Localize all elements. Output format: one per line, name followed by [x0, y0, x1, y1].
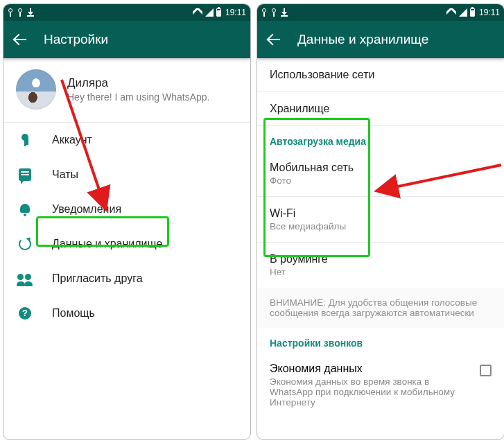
settings-item-data[interactable]: Данные и хранилище [3, 227, 250, 261]
signal-icon [205, 8, 214, 17]
phone-data-storage: 19:11 Данные и хранилище Использование с… [257, 3, 504, 440]
row-title: В роуминге [270, 253, 492, 265]
back-icon[interactable] [267, 33, 281, 46]
row-subtitle: Фото [270, 175, 492, 186]
tutorial-canvas: 19:11 Настройки Диляра Hey there! I am u… [0, 0, 504, 445]
row-title: Экономия данных [270, 363, 473, 375]
profile-status: Hey there! I am using WhatsApp. [67, 91, 209, 103]
help-icon [19, 307, 31, 320]
row-roaming[interactable]: В роуминге Нет [257, 243, 504, 288]
autodownload-notice: ВНИМАНИЕ: Для удобства общения голосовые… [257, 288, 504, 328]
clock: 19:11 [479, 8, 500, 17]
profile-name: Диляра [67, 76, 209, 90]
app-bar: Данные и хранилище [257, 21, 504, 58]
row-title: Хранилище [270, 103, 492, 115]
row-wifi[interactable]: Wi-Fi Все медиафайлы [257, 197, 504, 242]
settings-item-chats[interactable]: Чаты [3, 157, 250, 192]
row-subtitle: Все медиафайлы [270, 221, 492, 232]
phone-settings: 19:11 Настройки Диляра Hey there! I am u… [3, 3, 251, 440]
download-icon [27, 8, 34, 17]
battery-icon [470, 8, 475, 17]
profile-row[interactable]: Диляра Hey there! I am using WhatsApp. [3, 58, 250, 122]
row-low-data[interactable]: Экономия данных Экономия данных во время… [257, 353, 504, 421]
download-icon [281, 8, 288, 17]
settings-item-label: Уведомления [52, 203, 121, 216]
row-subtitle: Нет [270, 267, 492, 277]
row-title: Wi-Fi [270, 207, 492, 220]
vpn-key-icon [271, 8, 277, 17]
settings-item-notifications[interactable]: Уведомления [3, 192, 250, 227]
settings-item-account[interactable]: Аккаунт [3, 123, 250, 157]
wifi-icon [446, 8, 456, 17]
app-bar: Настройки [3, 21, 250, 58]
key-icon [21, 134, 28, 146]
section-autodownload: Автозагрузка медиа [257, 126, 504, 151]
vpn-key-icon [17, 8, 23, 17]
signal-icon [459, 8, 467, 17]
status-bar: 19:11 [257, 4, 504, 21]
avatar [16, 69, 56, 110]
status-bar: 19:11 [3, 4, 250, 21]
screen-title: Настройки [44, 32, 108, 47]
bell-icon [19, 203, 31, 216]
settings-item-label: Пригласить друга [52, 272, 143, 285]
vpn-key-icon [8, 8, 13, 17]
wifi-icon [193, 8, 202, 17]
section-calls: Настройки звонков [257, 328, 504, 353]
data-usage-icon [19, 238, 31, 250]
screen-title: Данные и хранилище [297, 32, 428, 47]
checkbox-unchecked[interactable] [480, 365, 492, 376]
row-title: Мобильная сеть [270, 162, 492, 174]
settings-item-label: Данные и хранилище [52, 238, 162, 250]
people-icon [17, 272, 33, 285]
vpn-key-icon [261, 8, 267, 17]
row-storage[interactable]: Хранилище [257, 92, 504, 125]
chat-icon [19, 168, 31, 181]
settings-item-label: Аккаунт [52, 134, 92, 146]
battery-icon [216, 8, 221, 17]
back-icon[interactable] [13, 33, 27, 46]
row-mobile-data[interactable]: Мобильная сеть Фото [257, 151, 504, 196]
settings-item-invite[interactable]: Пригласить друга [3, 261, 250, 296]
settings-item-label: Чаты [52, 168, 78, 181]
row-network-usage[interactable]: Использование сети [257, 58, 504, 91]
row-subtitle: Экономия данных во время звонка в WhatsA… [270, 376, 473, 408]
clock: 19:11 [225, 8, 246, 17]
settings-item-help[interactable]: Помощь [3, 296, 250, 331]
settings-item-label: Помощь [52, 307, 95, 320]
row-title: Использование сети [270, 69, 492, 81]
